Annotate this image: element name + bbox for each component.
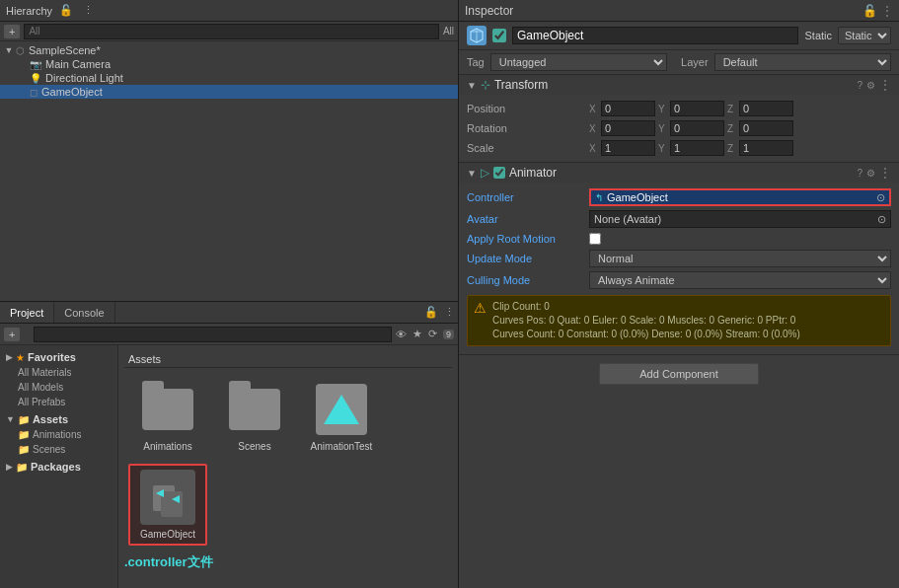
- asset-gameobject-controller[interactable]: GameObject: [128, 464, 207, 546]
- avatar-value-field[interactable]: None (Avatar) ⊙: [589, 210, 891, 228]
- sidebar-all-prefabs[interactable]: All Prefabs: [0, 395, 117, 409]
- bottom-history-icon[interactable]: ⟳: [428, 328, 437, 340]
- inspector-more-icon[interactable]: ⋮: [881, 4, 893, 18]
- animator-header[interactable]: ▼ ▷ Animator ? ⚙ ⋮: [459, 163, 899, 183]
- animator-enabled-checkbox[interactable]: [493, 167, 505, 179]
- packages-folder-icon: 📁: [16, 462, 28, 473]
- bottom-eye-icon[interactable]: 👁: [396, 329, 407, 340]
- gameobject-name-input[interactable]: [512, 27, 798, 44]
- update-mode-label: Update Mode: [467, 253, 585, 264]
- sidebar-all-models[interactable]: All Models: [0, 380, 117, 395]
- transform-more-icon[interactable]: ⋮: [879, 78, 891, 92]
- apply-root-motion-checkbox[interactable]: [589, 233, 601, 245]
- all-materials-label: All Materials: [18, 367, 71, 378]
- scale-z-axis: Z: [727, 143, 737, 154]
- animationtest-icon: [314, 382, 369, 437]
- hierarchy-search-input[interactable]: [24, 24, 438, 39]
- layer-dropdown[interactable]: Default: [714, 53, 891, 71]
- layer-label: Layer: [681, 56, 709, 68]
- scale-label: Scale: [467, 142, 585, 154]
- avatar-prop-label: Avatar: [467, 213, 585, 225]
- asset-animationtest[interactable]: AnimationTest: [302, 378, 381, 456]
- asset-scenes[interactable]: Scenes: [215, 378, 294, 456]
- inspector-header-icons: 🔓 ⋮: [862, 4, 893, 18]
- bottom-more-icon[interactable]: ⋮: [441, 305, 458, 320]
- animationtest-asset-name: AnimationTest: [311, 441, 373, 452]
- sidebar-scenes[interactable]: 📁 Scenes: [0, 442, 117, 457]
- bottom-star-icon[interactable]: ★: [412, 328, 422, 340]
- scale-y-input[interactable]: [670, 140, 724, 156]
- sidebar-favorites-header[interactable]: ▶ ★ Favorites: [0, 349, 117, 365]
- tab-project[interactable]: Project: [0, 302, 54, 323]
- scale-z-input[interactable]: [739, 140, 793, 156]
- position-y-field: Y: [658, 101, 724, 116]
- transform-header[interactable]: ▼ ⊹ Transform ? ⚙ ⋮: [459, 75, 899, 95]
- culling-mode-label: Culling Mode: [467, 274, 585, 286]
- rotation-label: Rotation: [467, 122, 585, 134]
- sidebar-animations[interactable]: 📁 Animations: [0, 427, 117, 442]
- rotation-x-field: X: [589, 120, 655, 136]
- asset-animations[interactable]: Animations: [128, 378, 207, 456]
- main-layout: Hierarchy 🔓 ⋮ + All ▼ ⬡ SampleScene*: [0, 0, 899, 588]
- animations-label: Animations: [33, 429, 81, 440]
- hierarchy-header: Hierarchy 🔓 ⋮: [0, 0, 458, 22]
- hierarchy-main-camera-item[interactable]: 📷 Main Camera: [0, 57, 458, 71]
- scale-x-input[interactable]: [601, 140, 655, 156]
- inspector-lock-icon[interactable]: 🔓: [862, 4, 877, 18]
- controller-value-field[interactable]: ↰ GameObject ⊙: [589, 188, 891, 206]
- hierarchy-header-icons: 🔓 ⋮: [56, 3, 97, 18]
- bottom-add-button[interactable]: +: [4, 328, 20, 341]
- transform-body: Position X Y Z: [459, 95, 899, 162]
- assets-arrow-icon: ▼: [6, 414, 15, 424]
- hierarchy-directional-light-item[interactable]: 💡 Directional Light: [0, 71, 458, 85]
- gameobject-active-checkbox[interactable]: [492, 29, 506, 42]
- hierarchy-lock-icon[interactable]: 🔓: [56, 3, 76, 18]
- hierarchy-more-icon[interactable]: ⋮: [80, 3, 97, 18]
- hierarchy-all-label: All: [443, 26, 454, 37]
- scenes-asset-name: Scenes: [238, 441, 270, 452]
- bottom-search-input[interactable]: [34, 327, 392, 342]
- controller-prop-label: Controller: [467, 191, 585, 203]
- rotation-z-input[interactable]: [739, 120, 793, 136]
- hierarchy-scene-item[interactable]: ▼ ⬡ SampleScene*: [0, 43, 458, 57]
- apply-root-motion-label: Apply Root Motion: [467, 233, 585, 245]
- position-x-input[interactable]: [601, 101, 655, 116]
- update-mode-dropdown[interactable]: Normal Animate Physics Unscaled Time: [589, 250, 891, 267]
- main-camera-label: Main Camera: [45, 58, 111, 70]
- sidebar-assets-group: ▼ 📁 Assets 📁 Animations 📁 Scenes: [0, 411, 117, 457]
- sidebar-favorites-group: ▶ ★ Favorites All Materials All Models A…: [0, 349, 117, 409]
- position-y-input[interactable]: [670, 101, 724, 116]
- sidebar-assets-header[interactable]: ▼ 📁 Assets: [0, 411, 117, 427]
- tag-label: Tag: [467, 56, 485, 68]
- animator-more-icon[interactable]: ⋮: [879, 166, 891, 180]
- add-component-button[interactable]: Add Component: [599, 363, 759, 385]
- controller-field-icon: ↰: [595, 192, 603, 203]
- static-dropdown[interactable]: Static: [838, 27, 891, 44]
- sidebar-packages-header[interactable]: ▶ 📁 Packages: [0, 459, 117, 475]
- rotation-y-input[interactable]: [670, 120, 724, 136]
- bottom-panels: Project Console 🔓 ⋮ + 👁 ★ ⟳ 9: [0, 302, 458, 588]
- avatar-field-btn[interactable]: ⊙: [877, 213, 886, 226]
- bottom-lock-icon[interactable]: 🔓: [421, 305, 441, 320]
- position-z-input[interactable]: [739, 101, 793, 116]
- animator-settings-icon[interactable]: ⚙: [866, 168, 875, 179]
- hierarchy-gameobject-item[interactable]: ◻ GameObject: [0, 85, 458, 99]
- inspector-panel: Inspector 🔓 ⋮ Static Static: [459, 0, 899, 588]
- tag-dropdown[interactable]: Untagged: [490, 53, 667, 71]
- controller-field-btn[interactable]: ⊙: [876, 191, 885, 204]
- sidebar-all-materials[interactable]: All Materials: [0, 365, 117, 380]
- transform-help-icon[interactable]: ?: [857, 80, 862, 91]
- sidebar-packages-group: ▶ 📁 Packages: [0, 459, 117, 475]
- bottom-toolbar: + 👁 ★ ⟳ 9: [0, 324, 458, 345]
- tab-console[interactable]: Console: [54, 302, 114, 323]
- animator-help-icon[interactable]: ?: [857, 168, 862, 179]
- cube-svg: [469, 28, 485, 43]
- transform-settings-icon[interactable]: ⚙: [866, 80, 875, 91]
- rotation-row: Rotation X Y Z: [459, 118, 899, 138]
- rotation-x-input[interactable]: [601, 120, 655, 136]
- hierarchy-add-button[interactable]: +: [4, 25, 20, 38]
- culling-mode-dropdown[interactable]: Always Animate Cull Update Transforms Cu…: [589, 271, 891, 289]
- position-row: Position X Y Z: [459, 99, 899, 118]
- scene-icon: ⬡: [16, 45, 25, 56]
- warning-text: Clip Count: 0Curves Pos: 0 Quat: 0 Euler…: [492, 300, 800, 341]
